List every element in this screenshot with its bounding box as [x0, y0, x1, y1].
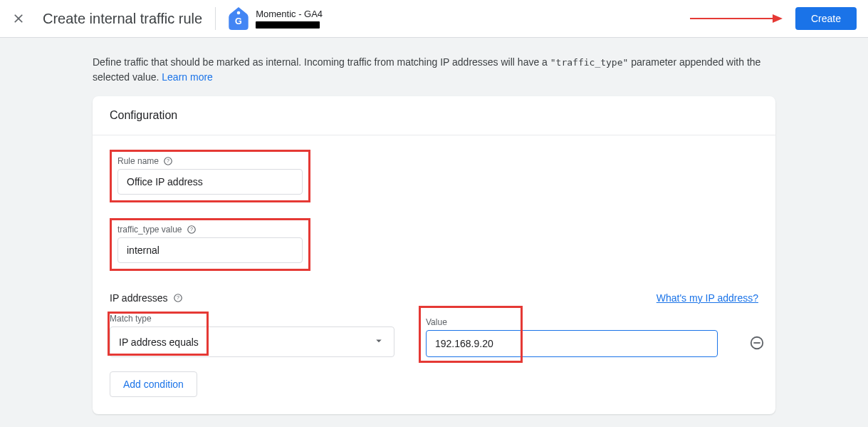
- help-icon[interactable]: ?: [187, 225, 197, 235]
- page-description: Define traffic that should be marked as …: [0, 38, 868, 96]
- remove-condition-icon[interactable]: [749, 334, 765, 351]
- rule-name-label: Rule name ?: [117, 156, 303, 166]
- page-title: Create internal traffic rule: [43, 11, 202, 27]
- svg-text:?: ?: [167, 158, 169, 163]
- traffic-type-input[interactable]: [117, 237, 303, 263]
- svg-text:G: G: [235, 16, 242, 26]
- tag-icon: G: [229, 7, 249, 30]
- header-divider: [215, 7, 216, 30]
- close-icon[interactable]: [11, 11, 26, 26]
- property-name: Momentic - GA4: [256, 9, 323, 20]
- property-tag: G Momentic - GA4: [229, 7, 323, 30]
- traffic-type-label: traffic_type value ?: [117, 225, 303, 235]
- match-type-select[interactable]: IP address equals: [110, 326, 394, 357]
- match-type-value: IP address equals: [119, 336, 199, 348]
- page-header: Create internal traffic rule G Momentic …: [0, 0, 868, 38]
- learn-more-link[interactable]: Learn more: [162, 71, 213, 83]
- svg-text:?: ?: [190, 227, 193, 232]
- value-input[interactable]: [426, 330, 718, 357]
- arrow-annotation: [690, 11, 783, 26]
- svg-text:?: ?: [177, 295, 180, 300]
- whats-my-ip-link[interactable]: What's my IP address?: [657, 292, 758, 304]
- svg-marker-3: [773, 14, 783, 23]
- card-heading: Configuration: [93, 96, 775, 135]
- desc-text-a: Define traffic that should be marked as …: [93, 56, 550, 68]
- chevron-down-icon: [372, 334, 385, 349]
- value-label: Value: [426, 317, 725, 327]
- desc-code: "traffic_type": [550, 57, 629, 68]
- svg-point-0: [237, 11, 241, 15]
- match-type-label: Match type: [110, 314, 409, 324]
- rule-name-input[interactable]: [117, 169, 303, 195]
- ip-section-title: IP addresses ?: [110, 292, 183, 304]
- add-condition-button[interactable]: Add condition: [110, 371, 197, 397]
- create-button[interactable]: Create: [795, 7, 857, 30]
- help-icon[interactable]: ?: [173, 293, 183, 303]
- help-icon[interactable]: ?: [163, 156, 173, 166]
- config-card: Configuration Rule name ? traffic_type v…: [93, 96, 775, 414]
- property-id-redacted: [256, 21, 320, 29]
